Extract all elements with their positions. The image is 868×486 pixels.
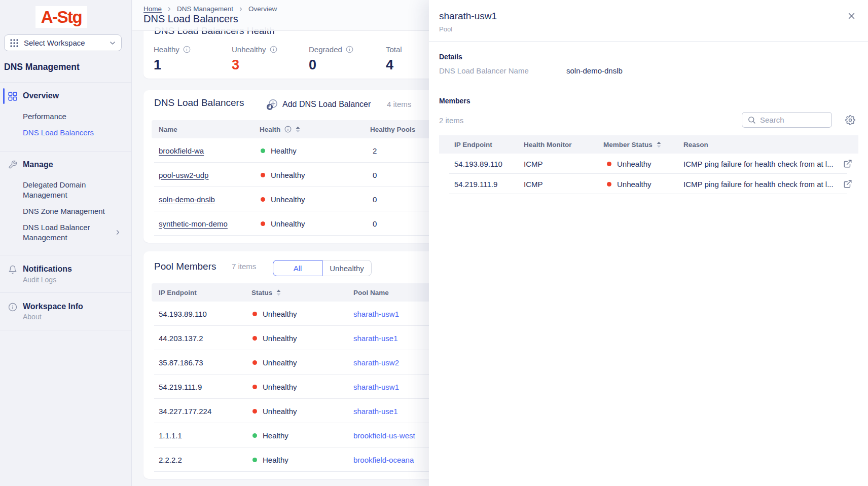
info-icon[interactable] xyxy=(284,126,292,133)
lb-name-link[interactable]: pool-usw2-udp xyxy=(159,171,208,179)
lb-name-link[interactable]: soln-demo-dnslb xyxy=(159,195,215,204)
workspace-selector[interactable]: Select Workspace xyxy=(4,34,122,51)
add-dns-load-balancer-button[interactable]: Add DNS Load Balancer xyxy=(266,98,371,111)
sidebar-item-overview[interactable]: Overview xyxy=(23,91,59,100)
lb-col-name[interactable]: Name xyxy=(159,120,177,138)
sort-icon[interactable] xyxy=(657,141,661,148)
health-dot-red xyxy=(261,173,265,177)
pool-name-link[interactable]: sharath-usw1 xyxy=(353,383,399,391)
sidebar-item-workspace-info[interactable]: Workspace Info xyxy=(23,302,83,311)
pm-col-status[interactable]: Status xyxy=(251,283,281,302)
members-col-ip[interactable]: IP Endpoint xyxy=(454,135,492,154)
member-status: Healthy xyxy=(263,456,288,464)
breadcrumb-dns-management[interactable]: DNS Management xyxy=(177,5,233,13)
member-monitor: ICMP xyxy=(524,154,543,174)
sidebar-divider xyxy=(0,330,131,330)
stat-healthy: Healthy 1 xyxy=(154,45,230,73)
member-reason: ICMP ping failure for health check from … xyxy=(683,154,834,174)
pool-name-link[interactable]: sharath-use1 xyxy=(353,334,398,343)
member-ip: 54.219.111.9 xyxy=(454,174,497,194)
breadcrumb-overview[interactable]: Overview xyxy=(248,5,277,13)
ip-endpoint: 34.227.177.224 xyxy=(159,399,211,423)
sidebar-item-dns-zone-management[interactable]: DNS Zone Management xyxy=(23,207,105,215)
sort-icon[interactable] xyxy=(296,126,300,133)
member-status: Unhealthy xyxy=(263,334,297,343)
active-section-accent xyxy=(3,88,5,104)
ip-endpoint: 2.2.2.2 xyxy=(159,447,182,472)
sidebar-item-manage[interactable]: Manage xyxy=(23,160,53,169)
pool-name-link[interactable]: sharath-use1 xyxy=(353,407,398,416)
members-items-count: 2 items xyxy=(439,116,463,125)
sidebar-item-notifications[interactable]: Notifications xyxy=(23,265,72,274)
health-status: Unhealthy xyxy=(271,171,305,179)
stat-degraded: Degraded 0 xyxy=(309,45,385,73)
health-dot-green xyxy=(261,148,265,153)
member-reason: ICMP ping failure for health check from … xyxy=(683,174,834,194)
details-heading: Details xyxy=(439,53,462,61)
sidebar-item-dns-lb-management[interactable]: DNS Load Balancer Management xyxy=(23,222,115,243)
search-input[interactable] xyxy=(760,116,826,124)
members-col-reason[interactable]: Reason xyxy=(683,135,708,154)
stat-unhealthy: Unhealthy 3 xyxy=(232,45,308,73)
wrench-icon xyxy=(8,160,17,169)
healthy-pools-value: 0 xyxy=(373,211,377,236)
pool-members-title: Pool Members xyxy=(154,260,216,273)
close-icon[interactable] xyxy=(847,12,856,20)
page-title: DNS Load Balancers xyxy=(143,13,238,25)
sidebar-item-about[interactable]: About xyxy=(23,313,42,321)
drawer-header: sharath-usw1 Pool xyxy=(429,0,868,42)
members-table: IP Endpoint Health Monitor Member Status… xyxy=(439,135,858,194)
sidebar-divider xyxy=(0,151,131,152)
members-search xyxy=(742,112,832,128)
pm-col-ip[interactable]: IP Endpoint xyxy=(159,283,197,302)
health-dot-green xyxy=(252,458,257,462)
external-link-icon[interactable] xyxy=(843,179,852,189)
member-status: Unhealthy xyxy=(263,358,297,367)
sidebar-item-delegated-domain-management[interactable]: Delegated Domain Management xyxy=(23,180,115,200)
breadcrumb-separator-icon xyxy=(166,6,172,12)
table-row[interactable]: 54.193.89.110 ICMP Unhealthy ICMP ping f… xyxy=(439,154,858,174)
healthy-pools-value: 2 xyxy=(373,138,377,163)
members-col-monitor[interactable]: Health Monitor xyxy=(524,135,572,154)
pm-col-pool-name[interactable]: Pool Name xyxy=(353,283,389,302)
gear-icon[interactable] xyxy=(845,115,855,125)
pool-name-link[interactable]: brookfield-oceana xyxy=(353,456,414,464)
drawer-title: sharath-usw1 xyxy=(439,11,497,22)
filter-unhealthy-button[interactable]: Unhealthy xyxy=(322,260,372,276)
lb-name-link[interactable]: synthetic-mon-demo xyxy=(159,219,228,228)
members-col-status[interactable]: Member Status xyxy=(603,135,661,154)
health-dot-red xyxy=(252,409,257,414)
ip-endpoint: 54.219.111.9 xyxy=(159,375,202,399)
table-row[interactable]: 54.219.111.9 ICMP Unhealthy ICMP ping fa… xyxy=(439,174,858,194)
member-status: Unhealthy xyxy=(263,310,297,318)
pool-name-link[interactable]: sharath-usw2 xyxy=(353,358,399,367)
lb-name-field-label: DNS Load Balancer Name xyxy=(439,66,529,75)
external-link-icon[interactable] xyxy=(843,159,852,168)
health-dot-red xyxy=(252,360,257,365)
info-icon[interactable] xyxy=(183,46,191,53)
sidebar-item-audit-logs[interactable]: Audit Logs xyxy=(23,276,56,284)
info-icon[interactable] xyxy=(346,46,353,53)
health-dot-red xyxy=(607,162,611,166)
pool-name-link[interactable]: brookfield-us-west xyxy=(353,431,415,440)
sidebar-item-performance[interactable]: Performance xyxy=(23,112,66,121)
lb-col-health[interactable]: Health xyxy=(260,120,300,138)
app-logo[interactable]: A-Stg xyxy=(35,6,87,28)
lb-name-link[interactable]: brookfield-wa xyxy=(159,146,204,155)
stat-unhealthy-label: Unhealthy xyxy=(232,45,266,54)
lb-col-healthy-pools[interactable]: Healthy Pools xyxy=(370,120,415,138)
stat-healthy-label: Healthy xyxy=(154,45,179,54)
ip-endpoint: 35.87.186.73 xyxy=(159,350,203,375)
members-heading: Members xyxy=(439,97,470,105)
filter-all-button[interactable]: All xyxy=(273,260,322,276)
info-icon[interactable] xyxy=(270,46,277,53)
pool-name-link[interactable]: sharath-usw1 xyxy=(353,310,399,318)
stat-unhealthy-value: 3 xyxy=(232,56,308,73)
breadcrumb-separator-icon xyxy=(238,6,244,12)
breadcrumb-home[interactable]: Home xyxy=(143,5,162,13)
health-dot-red xyxy=(261,197,265,202)
sort-icon[interactable] xyxy=(276,289,281,296)
chevron-right-icon[interactable] xyxy=(114,229,123,238)
sidebar-item-dns-load-balancers[interactable]: DNS Load Balancers xyxy=(23,128,94,137)
chevron-down-icon xyxy=(108,39,117,47)
